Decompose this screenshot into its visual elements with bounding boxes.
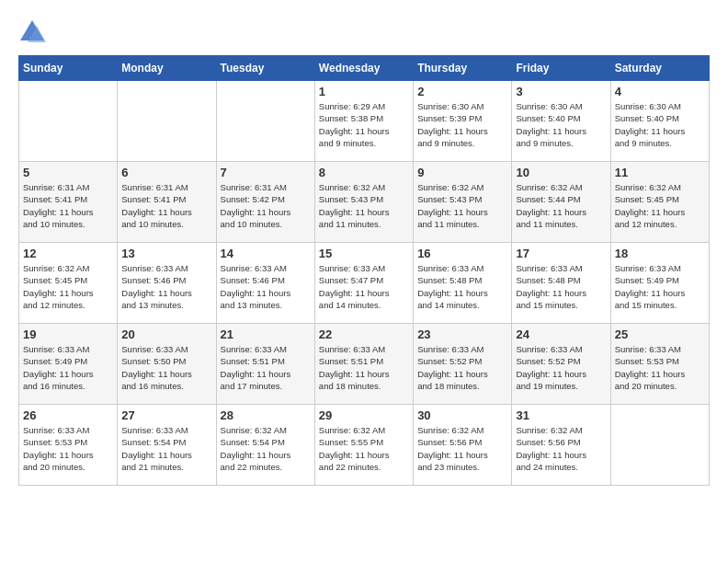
day-info: Sunrise: 6:30 AM Sunset: 5:39 PM Dayligh… [417,100,507,149]
day-cell: 5Sunrise: 6:31 AM Sunset: 5:41 PM Daylig… [19,162,118,243]
day-cell: 10Sunrise: 6:32 AM Sunset: 5:44 PM Dayli… [512,162,610,243]
day-cell: 8Sunrise: 6:32 AM Sunset: 5:43 PM Daylig… [314,162,413,243]
day-cell: 4Sunrise: 6:30 AM Sunset: 5:40 PM Daylig… [610,81,709,162]
day-number: 17 [516,247,606,260]
week-row-2: 12Sunrise: 6:32 AM Sunset: 5:45 PM Dayli… [19,243,710,324]
day-number: 29 [319,408,409,422]
week-row-3: 19Sunrise: 6:33 AM Sunset: 5:49 PM Dayli… [19,324,710,405]
day-info: Sunrise: 6:33 AM Sunset: 5:48 PM Dayligh… [417,262,507,311]
day-info: Sunrise: 6:33 AM Sunset: 5:49 PM Dayligh… [23,343,113,392]
day-info: Sunrise: 6:33 AM Sunset: 5:54 PM Dayligh… [121,424,211,473]
day-info: Sunrise: 6:32 AM Sunset: 5:55 PM Dayligh… [319,424,409,473]
day-cell: 6Sunrise: 6:31 AM Sunset: 5:41 PM Daylig… [118,162,216,243]
day-number: 7 [221,166,311,179]
day-number: 15 [319,247,409,260]
week-row-4: 26Sunrise: 6:33 AM Sunset: 5:53 PM Dayli… [19,405,710,486]
day-number: 23 [417,327,507,341]
day-info: Sunrise: 6:31 AM Sunset: 5:41 PM Dayligh… [121,181,211,230]
day-cell: 23Sunrise: 6:33 AM Sunset: 5:52 PM Dayli… [414,324,512,405]
day-cell: 17Sunrise: 6:33 AM Sunset: 5:48 PM Dayli… [512,243,610,324]
day-cell: 30Sunrise: 6:32 AM Sunset: 5:56 PM Dayli… [414,405,512,486]
header-cell-thursday: Thursday [414,56,512,81]
day-info: Sunrise: 6:31 AM Sunset: 5:41 PM Dayligh… [23,181,113,230]
day-cell [118,81,216,162]
day-info: Sunrise: 6:32 AM Sunset: 5:45 PM Dayligh… [23,262,113,311]
header-cell-sunday: Sunday [19,56,118,81]
day-cell: 14Sunrise: 6:33 AM Sunset: 5:46 PM Dayli… [216,243,314,324]
day-number: 31 [516,408,606,422]
day-info: Sunrise: 6:33 AM Sunset: 5:47 PM Dayligh… [319,262,409,311]
day-number: 11 [615,166,705,179]
day-info: Sunrise: 6:33 AM Sunset: 5:50 PM Dayligh… [121,343,211,392]
day-cell [19,81,118,162]
day-cell: 15Sunrise: 6:33 AM Sunset: 5:47 PM Dayli… [314,243,413,324]
day-number: 10 [516,166,606,179]
logo-icon [18,18,46,46]
day-info: Sunrise: 6:32 AM Sunset: 5:43 PM Dayligh… [417,181,507,230]
day-info: Sunrise: 6:32 AM Sunset: 5:43 PM Dayligh… [319,181,409,230]
day-cell: 3Sunrise: 6:30 AM Sunset: 5:40 PM Daylig… [512,81,610,162]
day-cell: 24Sunrise: 6:33 AM Sunset: 5:52 PM Dayli… [512,324,610,405]
day-number: 13 [121,247,211,260]
day-number: 2 [417,85,507,98]
calendar-header: SundayMondayTuesdayWednesdayThursdayFrid… [19,56,710,81]
day-number: 21 [221,327,311,341]
day-info: Sunrise: 6:31 AM Sunset: 5:42 PM Dayligh… [221,181,311,230]
day-info: Sunrise: 6:33 AM Sunset: 5:53 PM Dayligh… [615,343,705,392]
header-cell-wednesday: Wednesday [314,56,413,81]
day-cell: 20Sunrise: 6:33 AM Sunset: 5:50 PM Dayli… [118,324,216,405]
day-cell: 29Sunrise: 6:32 AM Sunset: 5:55 PM Dayli… [314,405,413,486]
day-number: 9 [417,166,507,179]
day-number: 3 [516,85,606,98]
day-info: Sunrise: 6:32 AM Sunset: 5:44 PM Dayligh… [516,181,606,230]
day-info: Sunrise: 6:30 AM Sunset: 5:40 PM Dayligh… [516,100,606,149]
day-number: 5 [23,166,113,179]
day-number: 4 [615,85,705,98]
day-cell: 11Sunrise: 6:32 AM Sunset: 5:45 PM Dayli… [610,162,709,243]
day-number: 28 [221,408,311,422]
day-cell: 13Sunrise: 6:33 AM Sunset: 5:46 PM Dayli… [118,243,216,324]
day-cell: 27Sunrise: 6:33 AM Sunset: 5:54 PM Dayli… [118,405,216,486]
day-cell: 1Sunrise: 6:29 AM Sunset: 5:38 PM Daylig… [314,81,413,162]
day-info: Sunrise: 6:32 AM Sunset: 5:56 PM Dayligh… [417,424,507,473]
day-info: Sunrise: 6:33 AM Sunset: 5:51 PM Dayligh… [319,343,409,392]
day-number: 18 [615,247,705,260]
day-number: 16 [417,247,507,260]
day-cell: 28Sunrise: 6:32 AM Sunset: 5:54 PM Dayli… [216,405,314,486]
header-cell-friday: Friday [512,56,610,81]
day-number: 14 [221,247,311,260]
day-cell: 16Sunrise: 6:33 AM Sunset: 5:48 PM Dayli… [414,243,512,324]
day-info: Sunrise: 6:33 AM Sunset: 5:51 PM Dayligh… [221,343,311,392]
day-info: Sunrise: 6:32 AM Sunset: 5:54 PM Dayligh… [221,424,311,473]
day-number: 8 [319,166,409,179]
day-number: 19 [23,327,113,341]
day-cell: 12Sunrise: 6:32 AM Sunset: 5:45 PM Dayli… [19,243,118,324]
day-cell [610,405,709,486]
day-number: 27 [121,408,211,422]
day-number: 24 [516,327,606,341]
day-number: 1 [319,85,409,98]
header-row: SundayMondayTuesdayWednesdayThursdayFrid… [19,56,710,81]
day-cell: 18Sunrise: 6:33 AM Sunset: 5:49 PM Dayli… [610,243,709,324]
calendar-body: 1Sunrise: 6:29 AM Sunset: 5:38 PM Daylig… [19,81,710,486]
day-number: 30 [417,408,507,422]
day-cell: 26Sunrise: 6:33 AM Sunset: 5:53 PM Dayli… [19,405,118,486]
day-cell: 2Sunrise: 6:30 AM Sunset: 5:39 PM Daylig… [414,81,512,162]
day-info: Sunrise: 6:29 AM Sunset: 5:38 PM Dayligh… [319,100,409,149]
day-info: Sunrise: 6:33 AM Sunset: 5:53 PM Dayligh… [23,424,113,473]
day-info: Sunrise: 6:33 AM Sunset: 5:52 PM Dayligh… [516,343,606,392]
header-cell-monday: Monday [118,56,216,81]
day-number: 26 [23,408,113,422]
day-number: 22 [319,327,409,341]
day-info: Sunrise: 6:32 AM Sunset: 5:56 PM Dayligh… [516,424,606,473]
day-cell: 31Sunrise: 6:32 AM Sunset: 5:56 PM Dayli… [512,405,610,486]
day-cell: 9Sunrise: 6:32 AM Sunset: 5:43 PM Daylig… [414,162,512,243]
day-cell: 19Sunrise: 6:33 AM Sunset: 5:49 PM Dayli… [19,324,118,405]
week-row-1: 5Sunrise: 6:31 AM Sunset: 5:41 PM Daylig… [19,162,710,243]
day-cell: 7Sunrise: 6:31 AM Sunset: 5:42 PM Daylig… [216,162,314,243]
calendar-table: SundayMondayTuesdayWednesdayThursdayFrid… [18,55,710,486]
day-info: Sunrise: 6:33 AM Sunset: 5:49 PM Dayligh… [615,262,705,311]
day-number: 12 [23,247,113,260]
logo [18,18,50,46]
day-info: Sunrise: 6:33 AM Sunset: 5:46 PM Dayligh… [121,262,211,311]
